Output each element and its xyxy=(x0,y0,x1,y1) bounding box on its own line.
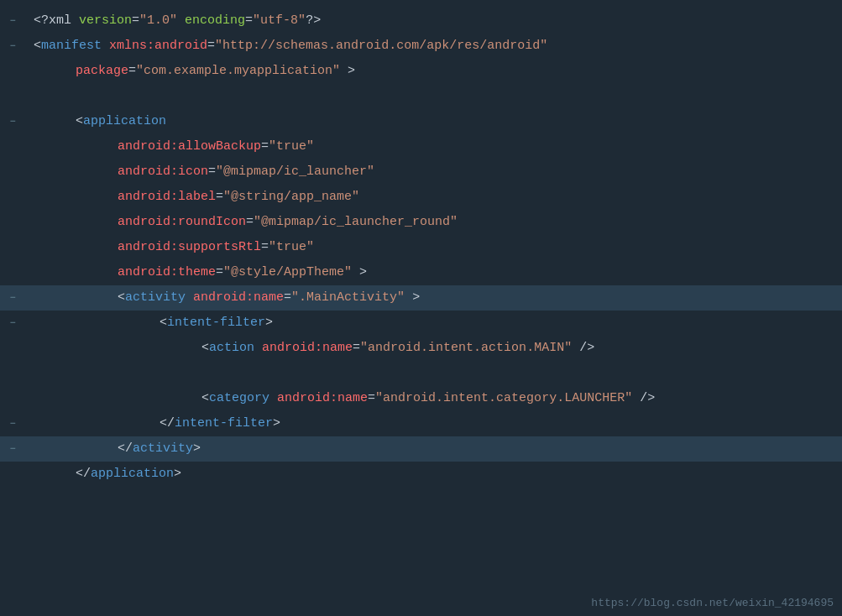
code-line: android:roundIcon="@mipmap/ic_launcher_r… xyxy=(0,210,842,235)
code-line: android:label="@string/app_name" xyxy=(0,185,842,210)
code-content: <intent-filter> xyxy=(25,311,842,334)
code-editor: −<?xml version="1.0" encoding="utf-8"?>−… xyxy=(0,0,842,495)
gutter-8 xyxy=(0,198,25,200)
gutter-1: − xyxy=(0,11,25,31)
code-content: android:theme="@style/AppTheme" > xyxy=(25,261,842,284)
gutter-16 xyxy=(0,399,25,401)
fold-icon[interactable]: − xyxy=(9,415,15,434)
code-line: −<activity android:name=".MainActivity" … xyxy=(0,285,842,311)
code-content: <?xml version="1.0" encoding="utf-8"?> xyxy=(25,9,842,32)
code-line: android:supportsRtl="true" xyxy=(0,235,842,260)
fold-icon[interactable]: − xyxy=(9,441,15,459)
code-content: android:label="@string/app_name" xyxy=(25,185,842,208)
code-line: −<?xml version="1.0" encoding="utf-8"?> xyxy=(0,8,842,34)
gutter-9 xyxy=(0,223,25,225)
gutter-7 xyxy=(0,173,25,175)
fold-icon[interactable]: − xyxy=(9,13,15,31)
fold-icon[interactable]: − xyxy=(9,38,15,56)
code-content: <activity android:name=".MainActivity" > xyxy=(25,286,842,309)
code-content: android:allowBackup="true" xyxy=(25,135,842,158)
gutter-10 xyxy=(0,248,25,250)
gutter-5: − xyxy=(0,112,25,132)
code-content: </application> xyxy=(25,462,842,485)
fold-icon[interactable]: − xyxy=(9,290,15,308)
gutter-15 xyxy=(0,362,25,363)
fold-icon[interactable]: − xyxy=(9,315,15,333)
code-line: android:allowBackup="true" xyxy=(0,134,842,159)
gutter-19 xyxy=(0,475,25,477)
code-content: android:roundIcon="@mipmap/ic_launcher_r… xyxy=(25,211,842,233)
gutter-12: − xyxy=(0,288,25,308)
code-line: −</intent-filter> xyxy=(0,411,842,436)
gutter-2: − xyxy=(0,36,25,56)
code-content: <application xyxy=(25,110,842,133)
code-line: <action android:name="android.intent.act… xyxy=(0,336,842,361)
code-line xyxy=(0,361,842,386)
code-line: −<application xyxy=(0,109,842,134)
code-line: </application> xyxy=(0,462,842,487)
gutter-13: − xyxy=(0,313,25,333)
watermark: https://blog.csdn.net/weixin_42194695 xyxy=(591,597,834,609)
code-line: android:icon="@mipmap/ic_launcher" xyxy=(0,159,842,185)
gutter-4 xyxy=(0,85,25,86)
code-content: <manifest xmlns:android="http://schemas.… xyxy=(25,34,842,57)
gutter-6 xyxy=(0,148,25,149)
gutter-14 xyxy=(0,349,25,351)
gutter-18: − xyxy=(0,439,25,459)
gutter-17: − xyxy=(0,414,25,434)
code-content: <action android:name="android.intent.act… xyxy=(25,337,842,359)
code-content: </intent-filter> xyxy=(25,412,842,435)
code-line: −<manifest xmlns:android="http://schemas… xyxy=(0,34,842,59)
code-content: android:supportsRtl="true" xyxy=(25,236,842,258)
code-content: </activity> xyxy=(25,437,842,460)
code-line: −</activity> xyxy=(0,436,842,462)
code-content: <category android:name="android.intent.c… xyxy=(25,387,842,410)
code-content: android:icon="@mipmap/ic_launcher" xyxy=(25,160,842,183)
code-line xyxy=(0,84,842,109)
code-line: package="com.example.myapplication" > xyxy=(0,59,842,84)
fold-icon[interactable]: − xyxy=(9,113,15,132)
code-line: android:theme="@style/AppTheme" > xyxy=(0,260,842,285)
code-line: −<intent-filter> xyxy=(0,311,842,336)
code-content: package="com.example.myapplication" > xyxy=(25,60,842,82)
gutter-3 xyxy=(0,72,25,74)
code-line: <category android:name="android.intent.c… xyxy=(0,386,842,411)
gutter-11 xyxy=(0,274,25,275)
